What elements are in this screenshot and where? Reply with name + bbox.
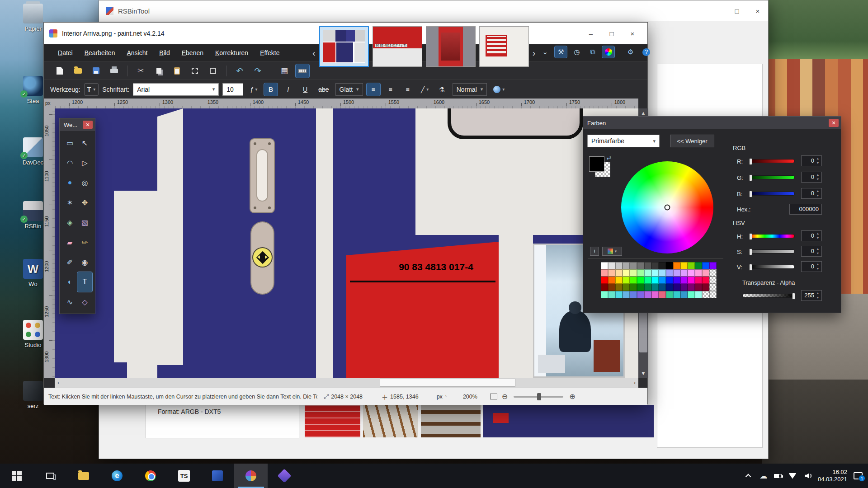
palette-swatch[interactable] xyxy=(695,262,702,269)
tool-button[interactable]: ✥ xyxy=(77,192,92,212)
less-more-button[interactable]: << Weniger xyxy=(670,135,714,147)
more-images-chevron-icon[interactable]: ⌄ xyxy=(539,46,551,58)
task-view-button[interactable] xyxy=(33,464,67,488)
volume-tray-icon[interactable] xyxy=(801,464,813,488)
palette-swatch[interactable] xyxy=(666,277,673,284)
palette-swatch[interactable] xyxy=(702,269,709,277)
network-tray-icon[interactable] xyxy=(786,464,799,488)
palette-swatch[interactable] xyxy=(702,277,709,284)
palette-swatch[interactable] xyxy=(709,262,717,269)
open-button[interactable] xyxy=(71,64,85,78)
tool-button[interactable]: ▧ xyxy=(77,212,92,232)
palette-swatch[interactable] xyxy=(673,269,680,277)
palette-swatch[interactable] xyxy=(615,277,623,284)
menu-item[interactable]: Ansicht xyxy=(121,46,153,60)
tool-button[interactable]: ◐ xyxy=(62,272,77,292)
palette-swatch[interactable] xyxy=(644,262,651,269)
palette-swatch[interactable] xyxy=(659,269,666,277)
green-slider-thumb[interactable] xyxy=(749,174,752,181)
palette-swatch[interactable] xyxy=(651,262,659,269)
open-image-thumbnail-1[interactable] xyxy=(319,26,369,67)
action-center-button[interactable]: 1 xyxy=(852,464,864,488)
palette-swatch[interactable] xyxy=(673,284,680,291)
close-icon[interactable]: ✕ xyxy=(83,121,93,129)
align-center-button[interactable]: ≡ xyxy=(384,83,397,96)
hue-slider[interactable] xyxy=(750,234,795,238)
font-size-input[interactable]: 10 xyxy=(222,83,243,96)
palette-swatch[interactable] xyxy=(637,277,644,284)
close-button[interactable]: × xyxy=(747,0,768,21)
value-value-box[interactable]: 0▲▼ xyxy=(801,261,822,272)
palette-swatch[interactable] xyxy=(659,284,666,291)
tool-button[interactable]: ▰ xyxy=(62,232,77,252)
render-mode-select[interactable]: Glatt ▾ xyxy=(335,83,363,96)
crop-button[interactable] xyxy=(188,64,202,78)
palette-swatch[interactable] xyxy=(673,277,680,284)
scroll-left-icon[interactable]: ‹ xyxy=(312,48,316,58)
tray-expand-button[interactable] xyxy=(743,464,755,488)
texture-thumb-wood[interactable] xyxy=(363,405,418,437)
tool-button[interactable]: ◈ xyxy=(62,212,77,232)
palette-swatch[interactable] xyxy=(695,269,702,277)
palette-swatch[interactable] xyxy=(601,291,608,298)
palette-swatch[interactable] xyxy=(680,269,688,277)
open-image-thumbnail-4[interactable] xyxy=(479,26,529,67)
italic-button[interactable]: I xyxy=(281,83,295,96)
alpha-value-box[interactable]: 255▲▼ xyxy=(801,290,822,301)
settings-button[interactable]: ⚙ xyxy=(624,46,637,58)
palette-swatch[interactable] xyxy=(673,291,680,298)
blue-app-button[interactable] xyxy=(201,464,234,488)
spinner-icons[interactable]: ▲▼ xyxy=(815,291,821,300)
palette-swatch[interactable] xyxy=(615,291,623,298)
tool-button[interactable]: T xyxy=(77,272,92,292)
palette-swatch[interactable] xyxy=(630,284,637,291)
blue-slider-thumb[interactable] xyxy=(749,191,752,197)
add-color-button[interactable]: + xyxy=(590,247,599,256)
battery-tray-icon[interactable] xyxy=(772,464,784,488)
colors-window-toggle[interactable] xyxy=(602,46,614,58)
palette-swatch[interactable] xyxy=(709,284,717,291)
paintnet-taskbar-button[interactable] xyxy=(234,464,268,488)
palette-swatch[interactable] xyxy=(644,284,651,291)
palette-swatch[interactable] xyxy=(608,277,615,284)
palette-swatch[interactable] xyxy=(695,284,702,291)
tool-button[interactable]: ↖ xyxy=(77,133,92,153)
alpha-slider[interactable] xyxy=(742,294,795,298)
unit-selector[interactable]: px ⌃ xyxy=(437,394,448,400)
palette-swatch[interactable] xyxy=(688,284,695,291)
paste-button[interactable] xyxy=(170,64,184,78)
palette-swatch[interactable] xyxy=(637,284,644,291)
palette-swatch[interactable] xyxy=(666,291,673,298)
palette-swatch[interactable] xyxy=(637,262,644,269)
maximize-button[interactable]: □ xyxy=(726,0,747,21)
grid-toggle-button[interactable]: ▦ xyxy=(278,64,291,78)
tool-button[interactable]: ◠ xyxy=(62,153,77,173)
palette-swatch[interactable] xyxy=(688,277,695,284)
bold-button[interactable]: B xyxy=(264,83,278,96)
palette-swatch[interactable] xyxy=(630,277,637,284)
zoom-slider-thumb[interactable] xyxy=(537,393,541,400)
palette-swatch[interactable] xyxy=(695,277,702,284)
open-image-thumbnail-2[interactable]: 90 83 4813 017-4 (-T) xyxy=(373,26,422,67)
palette-swatch[interactable] xyxy=(651,291,659,298)
blend-mode-select[interactable]: Normal ▾ xyxy=(453,83,487,96)
tools-window-toggle[interactable]: ⚒ xyxy=(555,46,567,58)
new-file-button[interactable] xyxy=(53,64,66,78)
palette-swatch[interactable] xyxy=(680,262,688,269)
menu-item[interactable]: Datei xyxy=(52,46,79,60)
green-slider[interactable] xyxy=(750,175,795,179)
palette-swatch[interactable] xyxy=(695,291,702,298)
palette-swatch[interactable] xyxy=(659,277,666,284)
spinner-icons[interactable]: ▲▼ xyxy=(815,263,821,271)
texture-thumb-red[interactable] xyxy=(305,405,360,437)
onedrive-tray-icon[interactable]: ☁ xyxy=(757,464,770,488)
palette-swatch[interactable] xyxy=(688,291,695,298)
palette-swatch[interactable] xyxy=(601,269,608,277)
tool-button[interactable]: ✶ xyxy=(62,192,77,212)
palette-swatch[interactable] xyxy=(702,262,709,269)
palette-swatch[interactable] xyxy=(630,262,637,269)
palette-swatch[interactable] xyxy=(702,284,709,291)
palette-swatch[interactable] xyxy=(666,269,673,277)
palette-swatch[interactable] xyxy=(623,269,630,277)
scroll-down-icon[interactable]: ▼ xyxy=(638,371,648,376)
